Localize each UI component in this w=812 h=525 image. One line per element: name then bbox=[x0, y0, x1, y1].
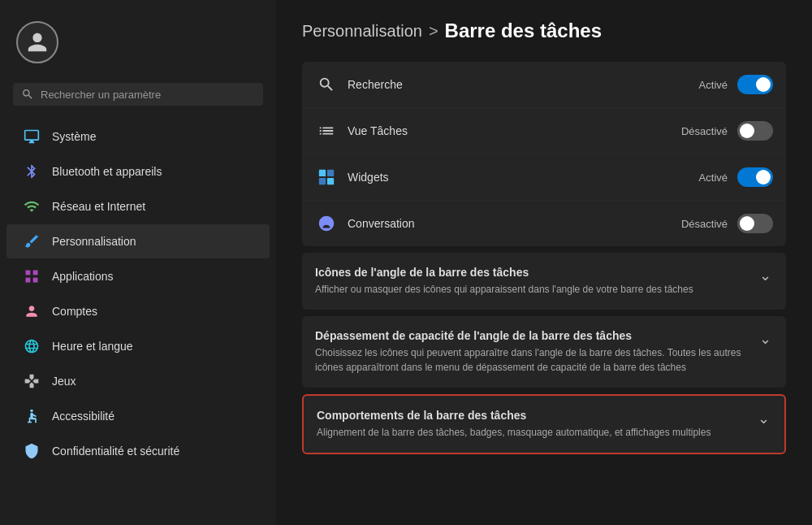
toggle-row-recherche[interactable]: Recherche Activé bbox=[302, 62, 786, 108]
sidebar-item-label-applications: Applications bbox=[52, 270, 114, 283]
section-icones-angle-desc: Afficher ou masquer des icônes qui appar… bbox=[315, 282, 757, 297]
toggle-status-recherche: Activé bbox=[699, 79, 728, 91]
sidebar-item-label-accessibilite: Accessibilité bbox=[52, 410, 114, 423]
section-comportements-content: Comportements de la barre des tâches Ali… bbox=[317, 409, 755, 440]
shield-icon bbox=[23, 442, 41, 460]
sidebar-item-label-comptes: Comptes bbox=[52, 305, 97, 318]
sidebar-item-label-heure: Heure et langue bbox=[52, 340, 133, 353]
sidebar-item-comptes[interactable]: Comptes bbox=[6, 294, 270, 328]
chevron-down-icon-depassement: ⌄ bbox=[757, 331, 773, 347]
toggle-label-vue-taches: Vue Tâches bbox=[348, 124, 681, 137]
toggle-status-conversation: Désactivé bbox=[681, 218, 728, 230]
section-depassement-desc: Choisissez les icônes qui peuvent appara… bbox=[315, 345, 757, 375]
toggle-group: Recherche Activé Vue Tâches Désactivé Wi… bbox=[302, 62, 786, 246]
accessibility-icon bbox=[23, 407, 41, 425]
sidebar-item-label-systeme: Système bbox=[52, 130, 96, 143]
sidebar-item-accessibilite[interactable]: Accessibilité bbox=[6, 399, 270, 433]
search-input[interactable] bbox=[41, 89, 255, 101]
toggle-row-vue-taches[interactable]: Vue Tâches Désactivé bbox=[302, 108, 786, 154]
games-icon bbox=[23, 372, 41, 390]
sidebar: Système Bluetooth et appareils Réseau et… bbox=[0, 0, 276, 525]
svg-rect-0 bbox=[26, 271, 31, 276]
sidebar-item-systeme[interactable]: Système bbox=[6, 119, 270, 154]
sidebar-item-label-jeux: Jeux bbox=[52, 375, 76, 388]
user-avatar-area bbox=[0, 8, 276, 76]
chevron-down-icon-comportements: ⌄ bbox=[755, 410, 771, 427]
avatar bbox=[16, 21, 58, 63]
toggle-switch-conversation[interactable] bbox=[737, 214, 773, 233]
toggle-status-widgets: Activé bbox=[699, 171, 728, 184]
toggle-row-conversation[interactable]: Conversation Désactivé bbox=[302, 201, 786, 246]
toggle-switch-vue-taches[interactable] bbox=[737, 121, 773, 141]
vue-taches-icon bbox=[315, 119, 338, 142]
toggle-row-widgets[interactable]: Widgets Activé bbox=[302, 154, 786, 201]
section-comportements[interactable]: Comportements de la barre des tâches Ali… bbox=[302, 394, 786, 454]
section-depassement-title: Dépassement de capacité de l'angle de la… bbox=[315, 329, 757, 342]
sidebar-item-confidentialite[interactable]: Confidentialité et sécurité bbox=[6, 434, 270, 468]
svg-rect-5 bbox=[319, 170, 326, 176]
sidebar-item-label-reseau: Réseau et Internet bbox=[52, 200, 145, 213]
search-box[interactable] bbox=[13, 83, 263, 106]
svg-rect-3 bbox=[33, 278, 38, 283]
toggle-switch-widgets[interactable] bbox=[737, 167, 773, 187]
sidebar-item-reseau[interactable]: Réseau et Internet bbox=[6, 189, 270, 223]
svg-rect-1 bbox=[33, 271, 38, 276]
svg-rect-2 bbox=[26, 278, 31, 283]
chevron-down-icon-icones: ⌄ bbox=[757, 267, 773, 284]
toggle-label-conversation: Conversation bbox=[348, 217, 681, 230]
nav-items: Système Bluetooth et appareils Réseau et… bbox=[0, 119, 276, 525]
section-depassement[interactable]: Dépassement de capacité de l'angle de la… bbox=[302, 316, 786, 388]
bluetooth-icon bbox=[23, 163, 41, 180]
user-circle-icon bbox=[23, 302, 41, 320]
wifi-icon bbox=[23, 197, 41, 215]
apps-icon bbox=[23, 267, 41, 285]
monitor-icon bbox=[23, 128, 41, 145]
toggle-label-recherche: Recherche bbox=[348, 78, 699, 91]
breadcrumb: Personnalisation > Barre des tâches bbox=[302, 20, 786, 42]
recherche-icon bbox=[315, 73, 338, 96]
sidebar-item-jeux[interactable]: Jeux bbox=[6, 364, 270, 398]
toggle-status-vue-taches: Désactivé bbox=[681, 125, 728, 137]
sidebar-item-applications[interactable]: Applications bbox=[6, 259, 270, 293]
svg-point-4 bbox=[30, 410, 32, 412]
section-comportements-title: Comportements de la barre des tâches bbox=[317, 409, 755, 422]
svg-rect-7 bbox=[319, 178, 326, 184]
svg-rect-6 bbox=[327, 170, 334, 176]
sidebar-item-bluetooth[interactable]: Bluetooth et appareils bbox=[6, 154, 270, 189]
brush-icon bbox=[23, 232, 41, 250]
breadcrumb-separator: > bbox=[429, 22, 438, 41]
section-depassement-content: Dépassement de capacité de l'angle de la… bbox=[315, 329, 757, 375]
section-icones-angle-title: Icônes de l'angle de la barre des tâches bbox=[315, 266, 757, 279]
section-icones-angle[interactable]: Icônes de l'angle de la barre des tâches… bbox=[302, 253, 786, 310]
user-icon bbox=[26, 31, 49, 54]
section-comportements-desc: Alignement de la barre des tâches, badge… bbox=[317, 425, 755, 440]
toggle-switch-recherche[interactable] bbox=[737, 75, 773, 94]
toggle-label-widgets: Widgets bbox=[348, 171, 699, 184]
sidebar-item-personnalisation[interactable]: Personnalisation bbox=[6, 224, 270, 258]
sidebar-item-label-bluetooth: Bluetooth et appareils bbox=[52, 165, 162, 178]
svg-rect-8 bbox=[327, 178, 334, 184]
section-icones-angle-content: Icônes de l'angle de la barre des tâches… bbox=[315, 266, 757, 297]
sidebar-item-heure[interactable]: Heure et langue bbox=[6, 329, 270, 363]
main-content: Personnalisation > Barre des tâches Rech… bbox=[276, 0, 812, 525]
widgets-icon bbox=[315, 166, 338, 189]
breadcrumb-current: Barre des tâches bbox=[445, 20, 602, 42]
sidebar-item-label-confidentialite: Confidentialité et sécurité bbox=[52, 445, 179, 458]
sidebar-item-label-personnalisation: Personnalisation bbox=[52, 235, 136, 248]
globe-icon bbox=[23, 337, 41, 355]
breadcrumb-parent: Personnalisation bbox=[302, 22, 422, 41]
conversation-icon bbox=[315, 212, 338, 235]
search-icon bbox=[21, 88, 34, 101]
